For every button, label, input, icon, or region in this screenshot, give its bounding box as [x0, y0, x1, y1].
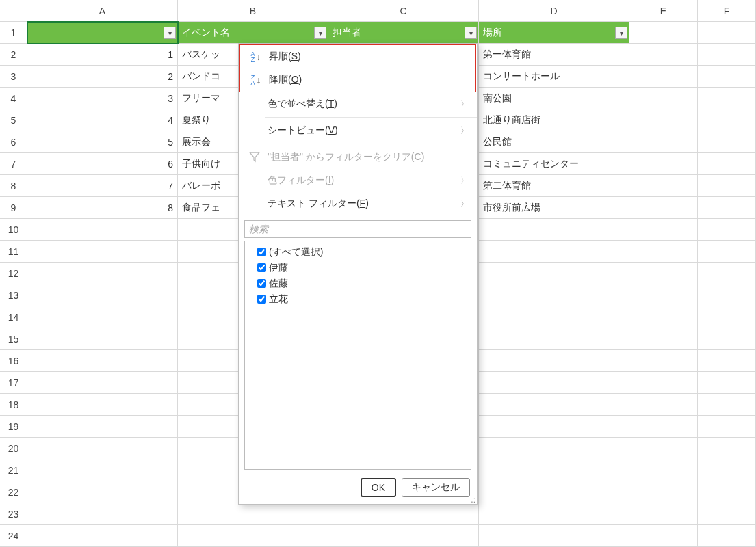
cell[interactable]	[479, 394, 629, 416]
cell[interactable]	[629, 131, 698, 153]
cell[interactable]	[27, 481, 178, 503]
cell[interactable]	[479, 372, 629, 394]
cell[interactable]	[698, 394, 756, 416]
cell[interactable]	[698, 284, 756, 306]
cell[interactable]	[698, 263, 756, 284]
cell[interactable]	[698, 219, 756, 241]
cell[interactable]	[27, 219, 178, 241]
row-header[interactable]: 9	[0, 197, 27, 219]
cell[interactable]	[698, 241, 756, 263]
cell[interactable]	[698, 175, 756, 197]
cell[interactable]	[629, 66, 698, 88]
filter-checkbox[interactable]	[257, 279, 266, 288]
cell[interactable]: 1	[27, 44, 178, 66]
row-header[interactable]: 14	[0, 306, 27, 328]
cell[interactable]	[698, 44, 756, 66]
cell[interactable]	[629, 175, 698, 197]
cancel-button[interactable]: キャンセル	[402, 478, 470, 497]
cell[interactable]	[629, 153, 698, 175]
cell[interactable]	[27, 284, 178, 306]
cell[interactable]	[629, 394, 698, 416]
cell[interactable]	[479, 284, 629, 306]
row-header[interactable]: 4	[0, 88, 27, 109]
column-header[interactable]: C	[328, 0, 479, 22]
cell[interactable]	[698, 525, 756, 547]
cell[interactable]	[27, 503, 178, 525]
column-header[interactable]: D	[479, 0, 629, 22]
cell[interactable]	[629, 284, 698, 306]
cell[interactable]: 5	[27, 131, 178, 153]
filter-dropdown-button[interactable]: ▾	[615, 27, 627, 39]
cell[interactable]	[629, 197, 698, 219]
cell[interactable]: 7	[27, 175, 178, 197]
cell[interactable]: 北通り商店街	[479, 109, 629, 131]
row-header[interactable]: 6	[0, 131, 27, 153]
cell[interactable]	[479, 263, 629, 284]
cell[interactable]: 担当者▾	[328, 22, 479, 44]
cell[interactable]	[698, 88, 756, 109]
filter-check-item[interactable]: (すべて選択)	[248, 244, 468, 260]
cell[interactable]	[629, 459, 698, 481]
filter-dropdown-button[interactable]: ▾	[314, 27, 326, 39]
cell[interactable]: 6	[27, 153, 178, 175]
row-header[interactable]: 3	[0, 66, 27, 88]
column-header[interactable]: A	[27, 0, 178, 22]
row-header[interactable]: 23	[0, 503, 27, 525]
filter-check-item[interactable]: 伊藤	[248, 260, 468, 276]
row-header[interactable]: 16	[0, 350, 27, 372]
cell[interactable]: 第二体育館	[479, 175, 629, 197]
cell[interactable]	[629, 525, 698, 547]
filter-check-item[interactable]: 佐藤	[248, 276, 468, 291]
cell[interactable]	[27, 263, 178, 284]
cell[interactable]	[629, 109, 698, 131]
sheet-view[interactable]: シートビュー(V) 〉	[239, 119, 477, 142]
cell[interactable]	[479, 350, 629, 372]
cell[interactable]: 公民館	[479, 131, 629, 153]
cell[interactable]	[479, 241, 629, 263]
cell[interactable]	[698, 22, 756, 44]
cell[interactable]: 南公園	[479, 88, 629, 109]
cell[interactable]: コンサートホール	[479, 66, 629, 88]
cell[interactable]: 8	[27, 197, 178, 219]
cell[interactable]: 3	[27, 88, 178, 109]
cell[interactable]	[698, 372, 756, 394]
cell[interactable]	[629, 306, 698, 328]
row-header[interactable]: 1	[0, 22, 27, 44]
cell[interactable]	[27, 394, 178, 416]
cell[interactable]	[629, 503, 698, 525]
cell[interactable]	[27, 525, 178, 547]
column-header[interactable]: F	[698, 0, 756, 22]
cell[interactable]: 4	[27, 109, 178, 131]
cell[interactable]	[479, 438, 629, 459]
cell[interactable]	[27, 306, 178, 328]
cell[interactable]	[178, 503, 328, 525]
filter-checkbox[interactable]	[257, 295, 266, 304]
cell[interactable]	[27, 241, 178, 263]
text-filter[interactable]: テキスト フィルター(F) 〉	[239, 192, 477, 215]
filter-dropdown-button[interactable]: ▾	[164, 27, 176, 39]
row-header[interactable]: 7	[0, 153, 27, 175]
cell[interactable]	[629, 22, 698, 44]
column-header[interactable]: B	[178, 0, 328, 22]
row-header[interactable]: 12	[0, 263, 27, 284]
cell[interactable]	[479, 306, 629, 328]
row-header[interactable]: 10	[0, 219, 27, 241]
row-header[interactable]: 20	[0, 438, 27, 459]
cell[interactable]	[479, 416, 629, 438]
cell[interactable]	[698, 503, 756, 525]
cell[interactable]	[629, 219, 698, 241]
filter-checkbox[interactable]	[257, 263, 266, 272]
ok-button[interactable]: OK	[361, 478, 396, 497]
cell[interactable]	[629, 481, 698, 503]
row-header[interactable]: 5	[0, 109, 27, 131]
cell[interactable]: 第一体育館	[479, 44, 629, 66]
cell[interactable]	[328, 503, 479, 525]
cell[interactable]	[698, 153, 756, 175]
filter-checklist[interactable]: (すべて選択)伊藤佐藤立花	[244, 241, 471, 470]
cell[interactable]: ▾	[27, 22, 178, 44]
column-header[interactable]: E	[629, 0, 698, 22]
cell[interactable]	[698, 328, 756, 350]
cell[interactable]: 市役所前広場	[479, 197, 629, 219]
row-header[interactable]: 21	[0, 459, 27, 481]
cell[interactable]: コミュニティセンター	[479, 153, 629, 175]
